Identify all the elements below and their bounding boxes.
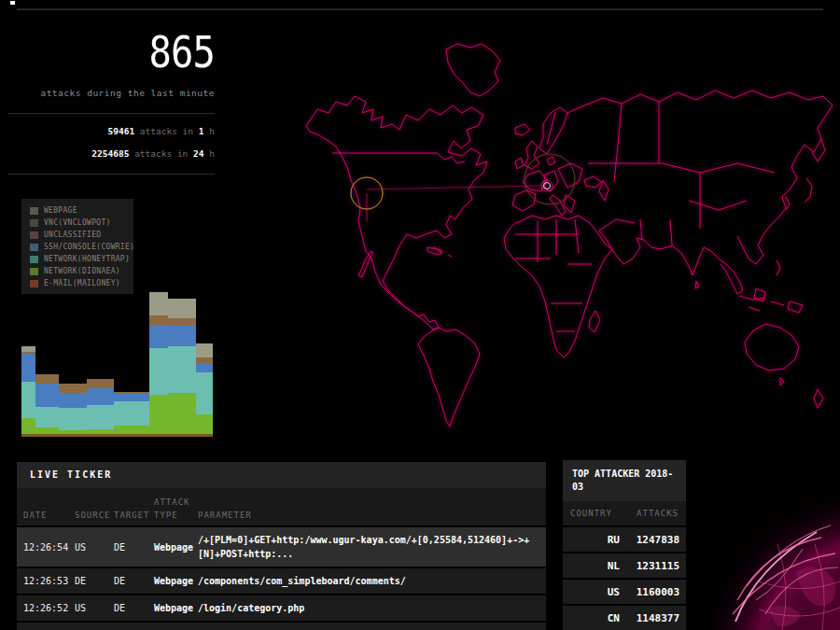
corner-mark [10, 1, 15, 5]
attacker-row: US 1160003 [563, 580, 686, 604]
attack-map-dashboard: 865 attacks during the last minute 59461… [0, 0, 840, 630]
ticker-date: 12:26:52 [23, 603, 75, 613]
legend-item: UNCLASSIFIED [30, 229, 133, 241]
chart-segment [21, 434, 35, 437]
chart-segment [168, 393, 196, 434]
chart-segment [21, 346, 35, 352]
attacker-count: 1247838 [620, 534, 679, 546]
attacker-row: RU 1247838 [563, 527, 686, 552]
attack-line [367, 186, 541, 189]
attacker-count: 1160003 [620, 586, 679, 598]
chart-segment [59, 393, 87, 408]
chart-segment [35, 427, 59, 434]
legend-swatch [30, 268, 38, 275]
chart-segment [59, 384, 87, 393]
attacker-row: CN 1148377 [563, 606, 686, 630]
hour-count: 59461 [108, 126, 135, 136]
top-divider [17, 8, 823, 10]
ticker-source: DE [75, 576, 114, 586]
chart-segment [59, 408, 87, 430]
chart-segment [114, 401, 149, 426]
live-ticker-rows[interactable]: 12:26:54 US DE Webpage /+[PLM=0]+GET+htt… [17, 527, 546, 630]
stats-panel: 865 attacks during the last minute 59461… [7, 30, 215, 175]
chart-segment [35, 407, 59, 427]
chart-segment [149, 434, 168, 437]
chart-segment [149, 395, 168, 434]
chart-segment [196, 363, 213, 372]
legend-swatch [30, 244, 38, 251]
ticker-type: Webpage [154, 576, 198, 586]
legend-item: NETWORK(HONEYTRAP) [30, 253, 133, 265]
ticker-type: Webpage [154, 542, 198, 553]
live-ticker-column-headers: DATE SOURCE TARGET ATTACK TYPE PARAMETER [17, 488, 546, 525]
attack-overlay [351, 154, 575, 221]
chart-segment [168, 299, 196, 318]
chart-segment [196, 343, 213, 357]
col-parameter: PARAMETER [198, 511, 252, 520]
continent-outlines [306, 44, 833, 427]
chart-segment [196, 372, 213, 414]
legend-label: NETWORK(HONEYTRAP) [44, 255, 130, 263]
ticker-row: /components/images/stories/editor+[conte… [17, 623, 546, 630]
legend-label: E-MAIL(MAILONEY) [44, 279, 120, 287]
legend-item: SSH/CONSOLE(COWRIE) [30, 241, 133, 253]
legend-swatch [30, 219, 38, 227]
chart-segment [87, 388, 114, 405]
col-type: TYPE [154, 511, 178, 520]
ticker-source: US [75, 603, 114, 613]
ticker-row: 12:26:54 US DE Webpage /+[PLM=0]+GET+htt… [17, 527, 546, 567]
chart-segment [196, 434, 213, 437]
attacker-country: US [582, 586, 620, 598]
legend-item: VNC(VNCLOWPOT) [30, 217, 133, 229]
top-attacker-title: TOP ATTACKER 2018-03 [563, 460, 686, 501]
attack-target-halo [525, 154, 575, 204]
globe-arcs [728, 511, 840, 630]
col-date: DATE [23, 511, 48, 520]
chart-segment [87, 379, 114, 388]
legend-label: UNCLASSIFIED [44, 231, 101, 239]
chart-segment [168, 318, 196, 326]
ticker-target: DE [114, 542, 154, 553]
top-attacker-panel: TOP ATTACKER 2018-03 COUNTRY ATTACKS RU … [563, 460, 686, 630]
chart-segment [196, 414, 213, 434]
col-country: COUNTRY [570, 509, 612, 518]
ticker-param: /+[PLM=0]+GET+http:/www.ugur-kaya.com/+[… [198, 533, 532, 561]
chart-segment [35, 384, 59, 407]
attacks-last-minute-label: attacks during the last minute [7, 88, 215, 98]
attacker-row: NL 1231115 [563, 553, 686, 578]
ticker-param: /components/com_simpleboard/comments/ [198, 574, 532, 588]
chart-segment [21, 352, 35, 354]
chart-segment [149, 315, 168, 325]
chart-segment [35, 434, 59, 437]
chart-segment [114, 434, 149, 437]
attacks-hour-line: 59461 attacks in 1 h [7, 126, 215, 136]
chart-segment [168, 434, 196, 437]
world-attack-map [271, 23, 840, 453]
attacker-country: NL [582, 560, 620, 572]
ticker-date: 12:26:53 [23, 576, 75, 586]
chart-segment [21, 354, 35, 382]
legend-swatch [30, 231, 38, 239]
top-attacker-column-headers: COUNTRY ATTACKS [563, 501, 686, 525]
ticker-type: Webpage [154, 603, 198, 613]
chart-segment [59, 434, 87, 437]
chart-segment [114, 392, 149, 394]
legend-label: SSH/CONSOLE(COWRIE) [44, 243, 134, 251]
ticker-date: 12:26:54 [23, 542, 75, 553]
col-attacks: ATTACKS [637, 509, 679, 518]
col-target: TARGET [114, 511, 150, 520]
legend-swatch [30, 256, 38, 263]
attacks-last-minute-count: 865 [33, 30, 215, 75]
attacks-day-line: 2254685 attacks in 24 h [7, 148, 215, 159]
legend-label: NETWORK(DIONAEA) [44, 267, 120, 275]
chart-segment [21, 418, 35, 434]
chart-segment [149, 348, 168, 395]
chart-segment [149, 292, 168, 315]
ticker-source: US [75, 542, 114, 553]
stats-divider [7, 113, 215, 114]
ticker-param: /login/category.php [198, 601, 532, 615]
legend-item: E-MAIL(MAILONEY) [30, 277, 133, 289]
col-attack: ATTACK [154, 497, 190, 507]
legend-label: VNC(VNCLOWPOT) [44, 218, 111, 227]
attacker-count: 1148377 [620, 612, 679, 624]
